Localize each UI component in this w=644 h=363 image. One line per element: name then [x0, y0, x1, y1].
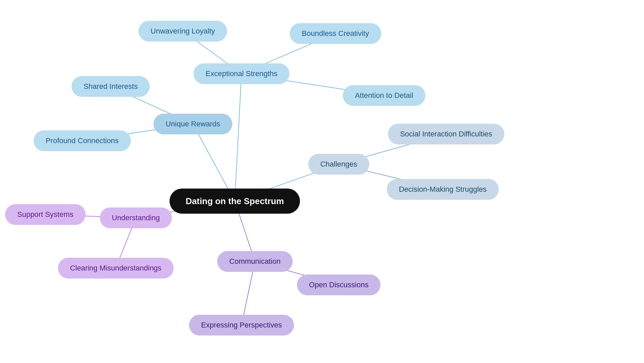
node-communication[interactable]: Communication	[217, 251, 293, 272]
node-attention-to-detail[interactable]: Attention to Detail	[343, 85, 425, 106]
mindmap-container: Dating on the SpectrumExceptional Streng…	[0, 0, 644, 363]
node-challenges[interactable]: Challenges	[308, 154, 369, 175]
node-expressing-perspectives[interactable]: Expressing Perspectives	[189, 315, 294, 336]
node-understanding[interactable]: Understanding	[100, 207, 172, 228]
node-social-interaction-difficulties[interactable]: Social Interaction Difficulties	[388, 124, 504, 144]
node-shared-interests[interactable]: Shared Interests	[71, 76, 150, 97]
node-decision-making-struggles[interactable]: Decision-Making Struggles	[387, 179, 499, 200]
node-unique-rewards[interactable]: Unique Rewards	[154, 114, 232, 134]
node-boundless-creativity[interactable]: Boundless Creativity	[290, 23, 381, 44]
node-open-discussions[interactable]: Open Discussions	[297, 275, 380, 295]
connections-svg	[0, 0, 644, 363]
node-support-systems[interactable]: Support Systems	[5, 204, 86, 225]
node-exceptional-strengths[interactable]: Exceptional Strengths	[194, 63, 289, 84]
svg-line-0	[235, 74, 241, 201]
node-profound-connections[interactable]: Profound Connections	[34, 130, 131, 151]
node-unwavering-loyalty[interactable]: Unwavering Loyalty	[139, 21, 227, 42]
node-clearing-misunderstandings[interactable]: Clearing Misunderstandings	[58, 258, 174, 279]
node-center[interactable]: Dating on the Spectrum	[169, 189, 300, 214]
